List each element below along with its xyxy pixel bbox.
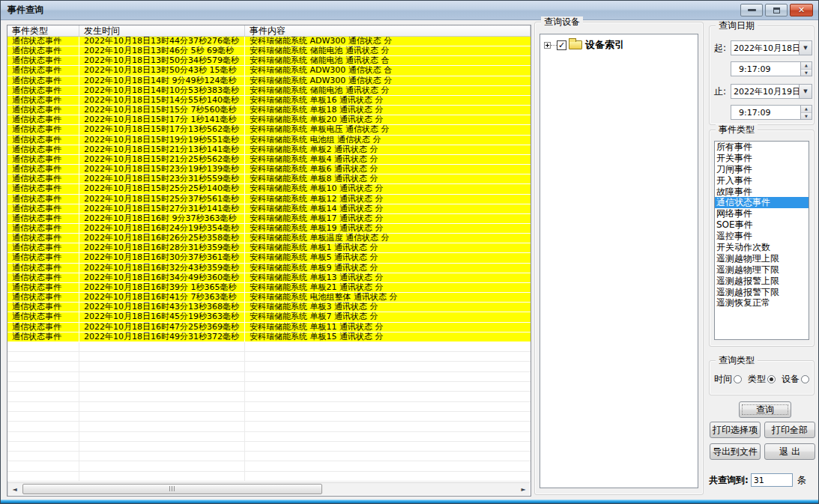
event-type-item[interactable]: 所有事件 xyxy=(715,142,809,153)
event-type-item[interactable]: 遥测越报警上限 xyxy=(715,276,809,287)
table-row[interactable]: 通信状态事件2022年10月18日15时15分 7秒560毫秒安科瑞储能系统 单… xyxy=(7,106,531,115)
titlebar[interactable]: 事件查询 ✕ xyxy=(1,1,818,20)
table-row[interactable]: 通信状态事件2022年10月18日16时43分13秒368毫秒安科瑞储能系统 单… xyxy=(7,303,531,312)
to-time-field[interactable]: 9:17:09 ▲ ▼ xyxy=(731,105,812,120)
table-row[interactable]: 通信状态事件2022年10月18日16时39分 1秒365毫秒安科瑞储能系统 单… xyxy=(7,283,531,293)
table-row[interactable]: 通信状态事件2022年10月18日15时21分13秒141毫秒安科瑞储能系统 单… xyxy=(7,145,531,155)
table-row[interactable]: 通信状态事件2022年10月18日15时23分19秒139毫秒安科瑞储能系统 单… xyxy=(7,165,531,174)
table-row[interactable]: 通信状态事件2022年10月18日13时50分34秒579毫秒安科瑞储能系统 储… xyxy=(7,56,531,66)
maximize-button[interactable] xyxy=(765,4,788,16)
query-type-option-device[interactable]: 设备 xyxy=(782,373,809,386)
event-type-item[interactable]: 开入事件 xyxy=(715,175,809,186)
table-row[interactable]: 通信状态事件2022年10月18日14时10分53秒383毫秒安科瑞储能系统 储… xyxy=(7,86,531,96)
event-type-item[interactable]: 网络事件 xyxy=(715,208,809,219)
result-count-field[interactable]: 31 xyxy=(751,473,793,487)
table-row[interactable]: 通信状态事件2022年10月18日16时30分37秒361毫秒安科瑞储能系统 单… xyxy=(7,253,531,263)
radio-button-icon[interactable] xyxy=(801,375,809,383)
table-row[interactable]: 通信状态事件2022年10月18日13时44分37秒276毫秒安科瑞储能系统 A… xyxy=(7,37,531,46)
print-selected-button[interactable]: 打印选择项 xyxy=(710,422,761,438)
table-row[interactable]: 通信状态事件2022年10月18日16时32分43秒359毫秒安科瑞储能系统 单… xyxy=(7,264,531,273)
event-type-item[interactable]: 开关动作次数 xyxy=(715,242,809,253)
empty-row xyxy=(7,442,531,452)
table-row[interactable]: 通信状态事件2022年10月18日16时24分19秒354毫秒安科瑞储能系统 单… xyxy=(7,224,531,234)
table-row[interactable]: 通信状态事件2022年10月18日15时23分31秒559毫秒安科瑞储能系统 单… xyxy=(7,174,531,184)
query-type-option-time[interactable]: 时间 xyxy=(714,373,742,386)
table-row[interactable]: 通信状态事件2022年10月18日15时27分31秒141毫秒安科瑞储能系统 单… xyxy=(7,204,531,214)
cell-event-type: 通信状态事件 xyxy=(7,125,79,134)
event-type-item[interactable]: 遥测越物理上限 xyxy=(715,253,809,264)
cell-content: 安科瑞储能系统 ADW300 通信状态 分 xyxy=(245,37,531,46)
from-date-dropdown-button[interactable]: ▼ xyxy=(799,41,812,55)
column-header-content[interactable]: 事件内容 xyxy=(245,25,531,36)
scroll-right-button[interactable]: ► xyxy=(517,483,530,496)
device-tree-root[interactable]: ✓ 设备索引 xyxy=(540,34,698,52)
event-type-item[interactable]: 遥测越物理下限 xyxy=(715,264,809,276)
event-type-item[interactable]: 通信状态事件 xyxy=(715,197,809,208)
scroll-left-button[interactable]: ◄ xyxy=(8,483,21,496)
table-row[interactable]: 通信状态事件2022年10月18日15时25分37秒561毫秒安科瑞储能系统 单… xyxy=(7,195,531,204)
to-date-dropdown-button[interactable]: ▼ xyxy=(799,85,812,98)
table-row[interactable]: 通信状态事件2022年10月18日16时47分25秒369毫秒安科瑞储能系统 单… xyxy=(7,323,531,333)
event-type-item[interactable]: 遥测越报警下限 xyxy=(715,287,809,298)
event-type-group: 事件类型 所有事件开关事件刀闸事件开入事件故障事件通信状态事件网络事件SOE事件… xyxy=(709,130,815,347)
scrollbar-track[interactable] xyxy=(21,483,517,496)
table-row[interactable]: 通信状态事件2022年10月18日14时 9分49秒124毫秒安科瑞储能系统 A… xyxy=(7,76,531,86)
device-checkbox-checked[interactable]: ✓ xyxy=(557,40,566,50)
to-time-value: 9:17:09 xyxy=(731,108,800,118)
export-to-file-button[interactable]: 导出到文件 xyxy=(710,443,761,460)
table-row[interactable]: 通信状态事件2022年10月18日16时45分19秒363毫秒安科瑞储能系统 单… xyxy=(7,312,531,322)
spin-down-icon[interactable]: ▼ xyxy=(801,113,812,120)
event-type-item[interactable]: 开关事件 xyxy=(715,153,809,164)
event-type-item[interactable]: SOE事件 xyxy=(715,219,809,231)
query-button[interactable]: 查询 xyxy=(739,401,791,418)
radio-button-icon[interactable] xyxy=(767,375,776,383)
empty-row xyxy=(7,382,531,392)
expand-icon[interactable] xyxy=(544,42,551,49)
table-row[interactable]: 通信状态事件2022年10月18日15时25分25秒140毫秒安科瑞储能系统 单… xyxy=(7,184,531,194)
from-date-picker[interactable]: 2022年10月18日 ▼ xyxy=(731,40,812,55)
table-row[interactable]: 通信状态事件2022年10月18日15时19分19秒551毫秒安科瑞储能系统 电… xyxy=(7,136,531,145)
radio-button-icon[interactable] xyxy=(734,375,742,383)
table-row[interactable]: 通信状态事件2022年10月18日16时34分49秒360毫秒安科瑞储能系统 单… xyxy=(7,273,531,283)
cell-time: 2022年10月18日14时 9分49秒124毫秒 xyxy=(79,76,245,85)
table-row[interactable]: 通信状态事件2022年10月18日13时50分43秒 15毫秒安科瑞储能系统 A… xyxy=(7,66,531,76)
table-row[interactable]: 通信状态事件2022年10月18日16时49分31秒372毫秒安科瑞储能系统 单… xyxy=(7,333,531,342)
event-type-item[interactable]: 故障事件 xyxy=(715,186,809,198)
table-header[interactable]: 事件类型 发生时间 事件内容 xyxy=(7,25,531,37)
exit-button[interactable]: 退 出 xyxy=(764,443,815,460)
from-time-spinner[interactable]: ▲ ▼ xyxy=(800,62,812,76)
cell-event-type: 通信状态事件 xyxy=(7,303,79,312)
spin-up-icon[interactable]: ▲ xyxy=(801,106,812,113)
table-row[interactable]: 通信状态事件2022年10月18日16时28分31秒359毫秒安科瑞储能系统 单… xyxy=(7,243,531,253)
from-time-field[interactable]: 9:17:09 ▲ ▼ xyxy=(731,61,812,76)
scrollbar-thumb[interactable] xyxy=(22,484,322,494)
table-row[interactable]: 通信状态事件2022年10月18日16时41分 7秒363毫秒安科瑞储能系统 电… xyxy=(7,293,531,303)
table-row[interactable]: 通信状态事件2022年10月18日16时26分25秒358毫秒安科瑞储能系统 单… xyxy=(7,234,531,243)
event-type-item[interactable]: 刀闸事件 xyxy=(715,164,809,175)
table-row[interactable]: 通信状态事件2022年10月18日15时17分13秒562毫秒安科瑞储能系统 单… xyxy=(7,125,531,135)
table-row[interactable]: 通信状态事件2022年10月18日16时 9分37秒363毫秒安科瑞储能系统 单… xyxy=(7,214,531,224)
print-all-button[interactable]: 打印全部 xyxy=(764,422,815,438)
event-query-window: 事件查询 ✕ 事件类型 发生时间 事件内容 通信状态事件2022年10月18日1… xyxy=(0,0,819,504)
close-button[interactable]: ✕ xyxy=(790,4,813,16)
query-type-option-type[interactable]: 类型 xyxy=(748,373,776,386)
query-date-group: 查询日期 起: 2022年10月18日 ▼ 9:17:09 ▲ ▼ 止: 202… xyxy=(709,25,815,125)
column-header-time[interactable]: 发生时间 xyxy=(79,25,245,36)
event-type-list[interactable]: 所有事件开关事件刀闸事件开入事件故障事件通信状态事件网络事件SOE事件遥控事件开… xyxy=(714,141,809,340)
cell-time: 2022年10月18日15时21分25秒562毫秒 xyxy=(79,155,245,164)
event-type-item[interactable]: 遥控事件 xyxy=(715,231,809,242)
minimize-button[interactable] xyxy=(740,4,763,16)
table-row[interactable]: 通信状态事件2022年10月18日13时46分 5秒 69毫秒安科瑞储能系统 储… xyxy=(7,46,531,56)
event-type-item[interactable]: 遥测恢复正常 xyxy=(715,297,809,309)
cell-content: 安科瑞储能系统 储能电池 通讯状态 分 xyxy=(245,86,531,95)
table-row[interactable]: 通信状态事件2022年10月18日15时21分25秒562毫秒安科瑞储能系统 单… xyxy=(7,155,531,165)
spin-down-icon[interactable]: ▼ xyxy=(801,70,812,76)
to-date-picker[interactable]: 2022年10月19日 ▼ xyxy=(731,84,812,99)
column-header-event-type[interactable]: 事件类型 xyxy=(7,25,79,36)
device-tree-root-label[interactable]: 设备索引 xyxy=(585,38,624,52)
table-row[interactable]: 通信状态事件2022年10月18日15时17分 1秒141毫秒安科瑞储能系统 单… xyxy=(7,115,531,125)
spin-up-icon[interactable]: ▲ xyxy=(801,62,812,70)
to-time-spinner[interactable]: ▲ ▼ xyxy=(800,106,812,119)
horizontal-scrollbar[interactable]: ◄ ► xyxy=(8,482,530,495)
table-row[interactable]: 通信状态事件2022年10月18日15时14分55秒140毫秒安科瑞储能系统 单… xyxy=(7,96,531,106)
